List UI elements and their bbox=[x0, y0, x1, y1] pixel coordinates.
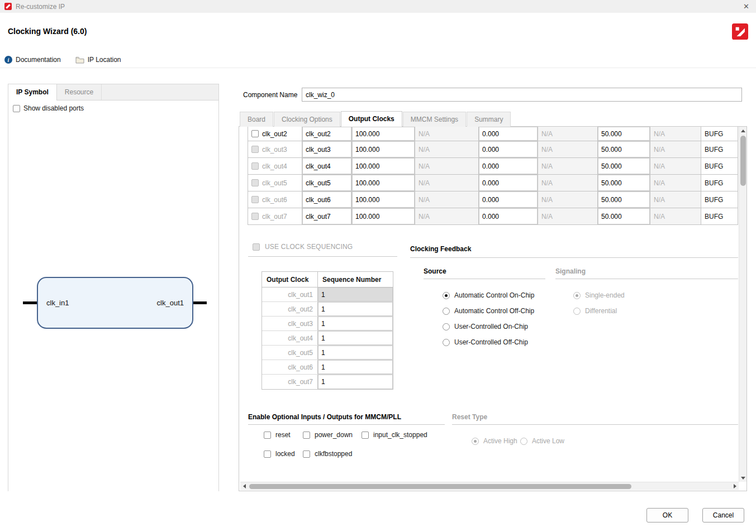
scroll-left-icon[interactable] bbox=[240, 482, 248, 490]
duty-requested-field[interactable]: 50.000 bbox=[598, 175, 650, 191]
checkbox-icon[interactable] bbox=[362, 432, 369, 439]
sequence-col-header-number: Sequence Number bbox=[318, 272, 393, 287]
checkbox-clkfbstopped[interactable]: clkfbstopped bbox=[303, 450, 352, 458]
checkbox-input-clk-stopped[interactable]: input_clk_stopped bbox=[362, 431, 427, 439]
drives-cell[interactable]: BUFG bbox=[701, 191, 738, 208]
show-disabled-ports-checkbox[interactable] bbox=[13, 105, 20, 112]
phase-requested-field[interactable]: 0.000 bbox=[479, 208, 538, 225]
sequence-number-field[interactable]: 1 bbox=[318, 346, 393, 360]
duty-requested-field[interactable]: 50.000 bbox=[598, 141, 650, 158]
clock-enable-checkbox[interactable] bbox=[251, 130, 259, 137]
phase-requested-field[interactable]: 0.000 bbox=[479, 158, 538, 175]
scroll-up-icon[interactable] bbox=[739, 127, 747, 135]
freq-requested-field[interactable]: 100.000 bbox=[352, 141, 415, 158]
freq-actual-cell: N/A bbox=[415, 191, 479, 208]
show-disabled-ports-option[interactable]: Show disabled ports bbox=[13, 104, 84, 112]
clock-enable-checkbox bbox=[251, 196, 259, 203]
divider bbox=[248, 424, 445, 425]
phase-requested-field[interactable]: 0.000 bbox=[479, 127, 538, 141]
duty-requested-field[interactable]: 50.000 bbox=[598, 158, 650, 175]
horizontal-scrollbar[interactable] bbox=[240, 482, 739, 490]
drives-cell[interactable]: BUFG bbox=[701, 208, 738, 225]
tab-board[interactable]: Board bbox=[240, 112, 273, 127]
folder-icon bbox=[75, 56, 84, 64]
clock-enable-checkbox bbox=[251, 162, 259, 170]
tab-mmcm-settings[interactable]: MMCM Settings bbox=[403, 112, 466, 127]
close-icon[interactable]: ✕ bbox=[743, 3, 749, 10]
sequence-clock-label: clk_out4 bbox=[262, 331, 318, 345]
vertical-scroll-thumb[interactable] bbox=[740, 136, 746, 186]
radio-automatic-control-off-chip[interactable]: Automatic Control Off-Chip bbox=[443, 307, 534, 315]
sequence-number-field[interactable]: 1 bbox=[318, 317, 393, 330]
phase-requested-field[interactable]: 0.000 bbox=[479, 175, 538, 191]
table-row: clk_out3 clk_out3 100.000 N/A 0.000 N/A … bbox=[248, 141, 738, 158]
checkbox-power-down[interactable]: power_down bbox=[303, 431, 353, 439]
tab-output-clocks[interactable]: Output Clocks bbox=[341, 111, 402, 127]
drives-cell[interactable]: BUFG bbox=[701, 175, 738, 191]
component-name-input[interactable] bbox=[302, 88, 742, 102]
drives-cell[interactable]: BUFG bbox=[701, 127, 738, 141]
radio-icon[interactable] bbox=[443, 292, 450, 299]
phase-requested-field[interactable]: 0.000 bbox=[479, 191, 538, 208]
duty-requested-field[interactable]: 50.000 bbox=[598, 191, 650, 208]
port-name-field[interactable]: clk_out2 bbox=[302, 127, 352, 141]
checkbox-locked[interactable]: locked bbox=[264, 450, 295, 458]
radio-icon[interactable] bbox=[443, 339, 450, 346]
checkbox-icon[interactable] bbox=[303, 450, 310, 458]
documentation-button[interactable]: i Documentation bbox=[4, 56, 61, 64]
tab-summary[interactable]: Summary bbox=[467, 112, 511, 127]
ok-button[interactable]: OK bbox=[646, 508, 688, 523]
drives-cell[interactable]: BUFG bbox=[701, 141, 738, 158]
phase-requested-field[interactable]: 0.000 bbox=[479, 141, 538, 158]
page-title: Clocking Wizard (6.0) bbox=[8, 27, 87, 36]
checkbox-icon[interactable] bbox=[264, 432, 271, 439]
tab-clocking-options[interactable]: Clocking Options bbox=[274, 112, 340, 127]
freq-requested-field[interactable]: 100.000 bbox=[352, 191, 415, 208]
checkbox-reset[interactable]: reset bbox=[264, 431, 291, 439]
input-port-label: clk_in1 bbox=[46, 299, 69, 307]
port-name-field[interactable]: clk_out7 bbox=[302, 208, 352, 225]
scroll-right-icon[interactable] bbox=[731, 482, 739, 490]
duty-requested-field[interactable]: 50.000 bbox=[598, 127, 650, 141]
tab-ip-symbol[interactable]: IP Symbol bbox=[8, 84, 57, 100]
sequence-number-field[interactable]: 1 bbox=[318, 287, 393, 301]
radio-automatic-control-on-chip[interactable]: Automatic Control On-Chip bbox=[443, 291, 534, 299]
sequence-number-field[interactable]: 1 bbox=[318, 360, 393, 374]
tab-resource[interactable]: Resource bbox=[57, 84, 102, 100]
drives-cell[interactable]: BUFG bbox=[701, 158, 738, 175]
clock-name-label: clk_out3 bbox=[262, 146, 287, 154]
input-port-stub bbox=[23, 301, 37, 304]
sequence-clock-label: clk_out1 bbox=[262, 287, 318, 301]
duty-requested-field[interactable]: 50.000 bbox=[598, 208, 650, 225]
title-bar: Re-customize IP ✕ bbox=[0, 0, 756, 13]
port-name-field[interactable]: clk_out3 bbox=[302, 141, 352, 158]
cancel-button[interactable]: Cancel bbox=[702, 508, 744, 523]
freq-requested-field[interactable]: 100.000 bbox=[352, 127, 415, 141]
checkbox-icon[interactable] bbox=[303, 432, 310, 439]
ip-location-button[interactable]: IP Location bbox=[75, 56, 121, 64]
sequence-number-field[interactable]: 1 bbox=[318, 331, 393, 345]
checkbox-icon[interactable] bbox=[264, 450, 271, 458]
radio-icon[interactable] bbox=[443, 308, 450, 315]
table-row: clk_out6 clk_out6 100.000 N/A 0.000 N/A … bbox=[248, 191, 738, 208]
phase-actual-cell: N/A bbox=[538, 175, 598, 191]
main-tabs: Board Clocking Options Output Clocks MMC… bbox=[240, 111, 511, 127]
freq-requested-field[interactable]: 100.000 bbox=[352, 208, 415, 225]
port-name-field[interactable]: clk_out4 bbox=[302, 158, 352, 175]
port-name-field[interactable]: clk_out6 bbox=[302, 191, 352, 208]
sequence-col-header-clock: Output Clock bbox=[262, 272, 318, 287]
radio-user-controlled-off-chip[interactable]: User-Controlled Off-Chip bbox=[443, 338, 528, 346]
freq-requested-field[interactable]: 100.000 bbox=[352, 158, 415, 175]
freq-actual-cell: N/A bbox=[415, 127, 479, 141]
duty-actual-cell: N/A bbox=[650, 175, 701, 191]
sequence-number-field[interactable]: 1 bbox=[318, 302, 393, 316]
scroll-down-icon[interactable] bbox=[739, 474, 747, 482]
radio-user-controlled-on-chip[interactable]: User-Controlled On-Chip bbox=[443, 323, 528, 330]
port-name-field[interactable]: clk_out5 bbox=[302, 175, 352, 191]
horizontal-scroll-thumb[interactable] bbox=[249, 484, 631, 489]
radio-icon[interactable] bbox=[443, 323, 450, 330]
freq-requested-field[interactable]: 100.000 bbox=[352, 175, 415, 191]
vertical-scrollbar[interactable] bbox=[739, 127, 747, 482]
sequence-number-field[interactable]: 1 bbox=[318, 375, 393, 389]
freq-actual-cell: N/A bbox=[415, 175, 479, 191]
